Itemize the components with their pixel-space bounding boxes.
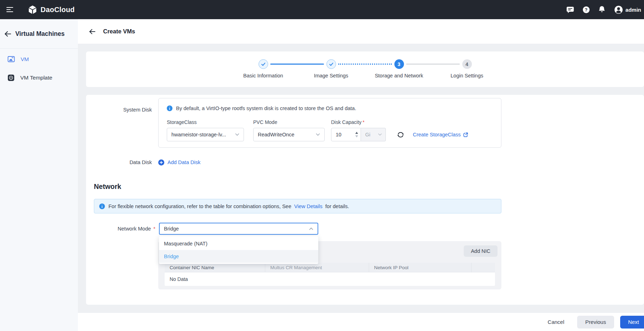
- brand-name: DaoCloud: [41, 6, 75, 14]
- add-data-disk-link[interactable]: Add Data Disk: [158, 159, 201, 166]
- daocloud-cube-icon: [28, 5, 37, 15]
- system-disk-info-text: By default, a VirtIO-type rootfs system …: [176, 105, 356, 111]
- cancel-button[interactable]: Cancel: [545, 316, 566, 329]
- column-header-actions: [472, 263, 495, 272]
- step-basic-information: Basic Information: [229, 59, 297, 78]
- sidebar-item-vm-template[interactable]: VM Template: [0, 69, 78, 87]
- sidebar-item-label: VM: [21, 56, 29, 63]
- step-image-settings: Image Settings: [297, 59, 365, 78]
- chevron-down-icon: [235, 133, 239, 136]
- page-header: Create VMs: [78, 19, 644, 44]
- add-data-disk-text: Add Data Disk: [167, 159, 201, 165]
- chat-icon[interactable]: [566, 6, 574, 13]
- capacity-unit-select[interactable]: Gi: [361, 128, 386, 141]
- step-storage-and-network: 3 Storage and Network: [365, 59, 433, 78]
- step-label: Login Settings: [451, 73, 483, 78]
- notification-bell-icon[interactable]: [598, 6, 606, 13]
- data-disk-label: Data Disk: [94, 159, 158, 165]
- stepper-up-icon[interactable]: [355, 132, 358, 134]
- info-icon: [99, 204, 105, 209]
- pvc-mode-select[interactable]: ReadWriteOnce: [253, 128, 325, 141]
- add-nic-button[interactable]: Add NIC: [464, 245, 497, 257]
- stepper-card: Basic Information Image Settings 3 Stora…: [86, 51, 644, 87]
- refresh-icon[interactable]: [397, 131, 404, 139]
- sidebar: Virtual Machines VM: [0, 19, 78, 331]
- pvc-mode-label: PVC Mode: [253, 119, 331, 125]
- dropdown-option-masquerade-nat[interactable]: Masquerade (NAT): [159, 237, 318, 250]
- network-mode-select[interactable]: Bridge: [159, 223, 318, 235]
- external-link-icon: [463, 132, 468, 137]
- network-heading: Network: [94, 181, 644, 192]
- stepper-down-icon[interactable]: [355, 135, 358, 137]
- chevron-down-icon: [378, 133, 382, 136]
- network-mode-label-text: Network Mode: [118, 226, 151, 232]
- storageclass-label: StorageClass: [167, 119, 253, 125]
- step-label: Basic Information: [243, 73, 283, 78]
- pvc-mode-value: ReadWriteOnce: [258, 132, 294, 137]
- network-info-suffix: for details.: [325, 204, 349, 209]
- disk-capacity-group: 10 Gi: [331, 128, 386, 141]
- vm-template-icon: [7, 74, 15, 81]
- nic-table: Container NIC Name Multus CR Management …: [165, 263, 495, 286]
- system-disk-box: By default, a VirtIO-type rootfs system …: [158, 98, 501, 148]
- stepper: Basic Information Image Settings 3 Stora…: [86, 59, 644, 78]
- column-header-multus-cr-management: Multus CR Management: [265, 263, 369, 272]
- storageclass-value: hwameistor-storage-lv...: [171, 132, 226, 137]
- column-header-network-ip-pool: Network IP Pool: [369, 263, 472, 272]
- page-title: Create VMs: [103, 28, 135, 35]
- next-button[interactable]: Next: [620, 316, 644, 329]
- capacity-unit-value: Gi: [365, 132, 371, 137]
- step-connector: [338, 64, 392, 65]
- sidebar-item-vm[interactable]: VM: [0, 50, 78, 69]
- disk-capacity-input[interactable]: 10: [331, 128, 361, 141]
- data-disk-row: Data Disk Add Data Disk: [94, 158, 644, 167]
- previous-button[interactable]: Previous: [577, 316, 614, 329]
- avatar-icon: [614, 5, 623, 14]
- step-label: Image Settings: [314, 73, 348, 78]
- step-number: 4: [462, 59, 472, 69]
- network-info-banner: For flexible network configuration, refe…: [94, 199, 501, 213]
- table-empty-state: No Data: [165, 272, 495, 286]
- help-icon[interactable]: ?: [583, 6, 590, 13]
- column-header-container-nic-name: Container NIC Name: [165, 263, 265, 272]
- footer-bar: Cancel Previous Next: [78, 313, 644, 331]
- page-back-icon[interactable]: [89, 29, 96, 34]
- brand-logo[interactable]: DaoCloud: [28, 5, 75, 15]
- step-connector: [406, 64, 460, 65]
- form-card: System Disk By default, a VirtIO-type ro…: [86, 95, 644, 305]
- network-mode-label: Network Mode *: [94, 226, 159, 232]
- create-storageclass-link[interactable]: Create StorageClass: [413, 132, 468, 137]
- network-mode-dropdown: Masquerade (NAT) Bridge: [159, 236, 318, 264]
- chevron-down-icon: [316, 133, 320, 136]
- user-menu[interactable]: admin: [614, 5, 641, 14]
- view-details-link[interactable]: View Details: [294, 204, 323, 209]
- disk-capacity-value: 10: [336, 132, 341, 137]
- required-mark: *: [363, 119, 364, 125]
- username: admin: [626, 7, 641, 13]
- network-mode-row: Network Mode * Bridge: [94, 223, 644, 235]
- step-check-icon: [326, 59, 336, 69]
- topbar: DaoCloud ? a: [0, 0, 644, 19]
- step-number: 3: [394, 59, 404, 69]
- vm-icon: [7, 56, 15, 63]
- sidebar-title: Virtual Machines: [15, 30, 65, 38]
- dropdown-option-bridge[interactable]: Bridge: [159, 250, 318, 263]
- step-label: Storage and Network: [375, 73, 423, 78]
- storageclass-select[interactable]: hwameistor-storage-lv...: [167, 128, 244, 141]
- info-icon: [167, 105, 172, 111]
- chevron-up-icon: [309, 227, 313, 230]
- system-disk-row: System Disk By default, a VirtIO-type ro…: [94, 98, 644, 148]
- system-disk-label: System Disk: [94, 98, 158, 148]
- sidebar-back-icon[interactable]: [4, 31, 11, 37]
- step-login-settings: 4 Login Settings: [433, 59, 501, 78]
- network-mode-value: Bridge: [164, 226, 179, 232]
- plus-circle-icon: [158, 159, 164, 166]
- required-mark: *: [153, 226, 155, 232]
- menu-toggle-icon[interactable]: [6, 6, 14, 13]
- disk-capacity-label: Disk Capacity: [331, 119, 362, 125]
- network-info-text: For flexible network configuration, refe…: [108, 204, 349, 209]
- network-info-prefix: For flexible network configuration, refe…: [108, 204, 291, 209]
- nic-table-header: Container NIC Name Multus CR Management …: [165, 263, 495, 272]
- sidebar-item-label: VM Template: [20, 75, 52, 81]
- step-connector: [270, 64, 324, 65]
